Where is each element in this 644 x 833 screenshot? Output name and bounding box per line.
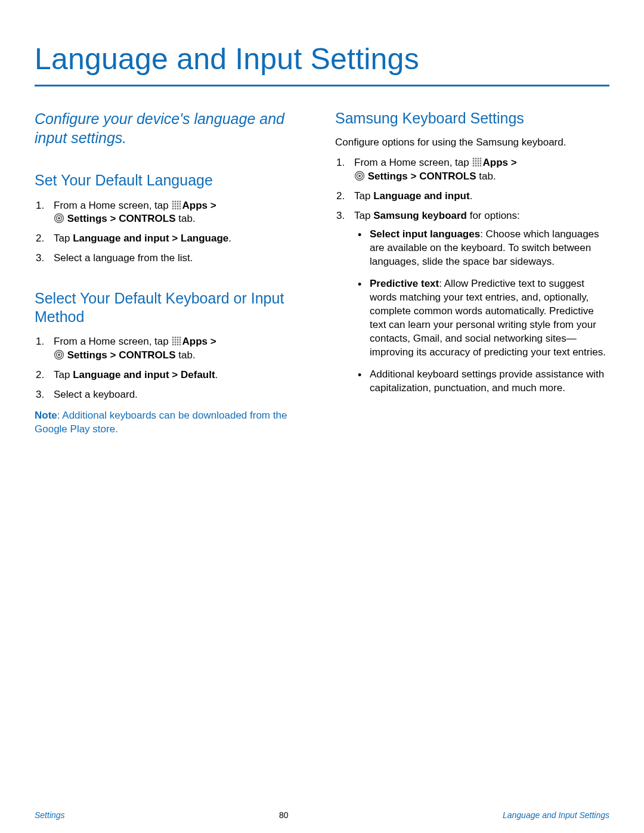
title-divider bbox=[35, 85, 609, 86]
page-footer: Settings 80 Language and Input Settings bbox=[0, 810, 644, 820]
svg-point-7 bbox=[179, 203, 181, 205]
svg-point-51 bbox=[475, 165, 477, 167]
settings-path: Settings > CONTROLS bbox=[64, 349, 176, 361]
section-heading-default-keyboard: Select Your Default Keyboard or Input Me… bbox=[35, 289, 309, 326]
step-item: Tap Language and input > Language. bbox=[49, 232, 309, 246]
step-bold: Samsung keyboard bbox=[373, 210, 467, 221]
bullet-item: Select input languages: Choose which lan… bbox=[366, 228, 609, 269]
svg-point-10 bbox=[177, 205, 179, 207]
page-title: Language and Input Settings bbox=[35, 42, 609, 76]
svg-point-38 bbox=[473, 158, 475, 160]
svg-point-44 bbox=[478, 160, 479, 162]
section-heading-samsung-keyboard: Samsung Keyboard Settings bbox=[335, 109, 609, 128]
svg-point-47 bbox=[475, 163, 477, 165]
svg-point-39 bbox=[475, 158, 477, 160]
svg-point-48 bbox=[478, 163, 479, 165]
step-bold: Language and input > Language bbox=[73, 233, 228, 244]
footer-left: Settings bbox=[35, 810, 65, 820]
section-heading-default-language: Set Your Default Language bbox=[35, 171, 309, 190]
svg-point-42 bbox=[473, 160, 475, 162]
step-item: Tap Language and input > Default. bbox=[49, 368, 309, 382]
svg-point-40 bbox=[478, 158, 479, 160]
svg-point-19 bbox=[172, 337, 174, 339]
svg-point-3 bbox=[179, 200, 181, 202]
svg-point-11 bbox=[179, 205, 181, 207]
svg-point-9 bbox=[175, 205, 177, 207]
page-intro: Configure your device's language and inp… bbox=[35, 109, 309, 147]
step-item: From a Home screen, tap Apps > Settings … bbox=[49, 199, 309, 227]
svg-point-2 bbox=[177, 200, 179, 202]
step-bold: Language and input bbox=[373, 190, 470, 202]
footer-right: Language and Input Settings bbox=[503, 810, 609, 820]
step-text: tab. bbox=[476, 171, 496, 182]
svg-point-33 bbox=[177, 344, 179, 346]
svg-point-46 bbox=[473, 163, 475, 165]
svg-point-12 bbox=[172, 208, 174, 209]
step-text: From a Home screen, tap bbox=[54, 336, 171, 347]
step-text: . bbox=[228, 233, 231, 244]
note-text: : Additional keyboards can be downloaded… bbox=[35, 410, 287, 435]
bullet-text: Additional keyboard settings provide ass… bbox=[370, 368, 604, 394]
apps-label: Apps > bbox=[482, 157, 516, 168]
step-text: From a Home screen, tap bbox=[354, 157, 472, 168]
svg-point-6 bbox=[177, 203, 179, 205]
apps-label: Apps > bbox=[182, 336, 216, 347]
svg-point-0 bbox=[172, 200, 174, 202]
svg-point-13 bbox=[175, 208, 177, 209]
step-text: tab. bbox=[176, 213, 196, 224]
options-bullets: Select input languages: Choose which lan… bbox=[354, 228, 609, 395]
svg-point-26 bbox=[179, 339, 181, 341]
settings-icon bbox=[354, 171, 365, 181]
right-column: Samsung Keyboard Settings Configure opti… bbox=[335, 109, 609, 436]
svg-point-32 bbox=[175, 344, 177, 346]
svg-point-52 bbox=[478, 165, 479, 167]
svg-point-15 bbox=[179, 208, 181, 209]
step-bold: Language and input > Default bbox=[73, 369, 215, 380]
svg-point-21 bbox=[177, 337, 179, 339]
svg-point-1 bbox=[175, 200, 177, 202]
svg-point-20 bbox=[175, 337, 177, 339]
svg-point-25 bbox=[177, 339, 179, 341]
steps-samsung-keyboard: From a Home screen, tap Apps > Settings … bbox=[335, 156, 609, 395]
svg-point-23 bbox=[172, 339, 174, 341]
step-item: Select a keyboard. bbox=[49, 388, 309, 402]
step-item: Tap Samsung keyboard for options: Select… bbox=[349, 209, 609, 395]
steps-default-keyboard: From a Home screen, tap Apps > Settings … bbox=[35, 335, 309, 402]
apps-label: Apps > bbox=[182, 200, 216, 211]
svg-point-37 bbox=[58, 354, 60, 356]
content-columns: Configure your device's language and inp… bbox=[35, 109, 609, 436]
svg-point-50 bbox=[473, 165, 475, 167]
apps-icon bbox=[171, 336, 182, 346]
section-intro: Configure options for using the Samsung … bbox=[335, 136, 609, 150]
svg-point-5 bbox=[175, 203, 177, 205]
step-item: From a Home screen, tap Apps > Settings … bbox=[349, 156, 609, 184]
svg-point-22 bbox=[179, 337, 181, 339]
svg-point-31 bbox=[172, 344, 174, 346]
left-column: Configure your device's language and inp… bbox=[35, 109, 309, 436]
step-text: tab. bbox=[176, 349, 196, 361]
svg-point-4 bbox=[172, 203, 174, 205]
settings-icon bbox=[54, 349, 64, 360]
svg-point-49 bbox=[480, 163, 482, 165]
svg-point-28 bbox=[175, 342, 177, 343]
bullet-bold: Predictive text bbox=[370, 278, 439, 289]
step-text: Tap bbox=[54, 369, 73, 380]
svg-point-56 bbox=[358, 175, 361, 177]
settings-path: Settings > CONTROLS bbox=[365, 171, 476, 182]
apps-icon bbox=[472, 157, 482, 168]
note-additional-keyboards: Note: Additional keyboards can be downlo… bbox=[35, 409, 309, 436]
svg-point-18 bbox=[58, 217, 60, 219]
svg-point-45 bbox=[480, 160, 482, 162]
bullet-item: Additional keyboard settings provide ass… bbox=[366, 368, 609, 395]
svg-point-43 bbox=[475, 160, 477, 162]
bullet-bold: Select input languages bbox=[370, 228, 480, 240]
step-item: From a Home screen, tap Apps > Settings … bbox=[49, 335, 309, 363]
step-text: for options: bbox=[467, 210, 520, 221]
svg-point-14 bbox=[177, 208, 179, 209]
svg-point-30 bbox=[179, 342, 181, 343]
step-text: Tap bbox=[54, 233, 73, 244]
apps-icon bbox=[171, 200, 182, 210]
bullet-item: Predictive text: Allow Predictive text t… bbox=[366, 277, 609, 360]
step-text: Tap bbox=[354, 190, 373, 202]
svg-point-27 bbox=[172, 342, 174, 343]
